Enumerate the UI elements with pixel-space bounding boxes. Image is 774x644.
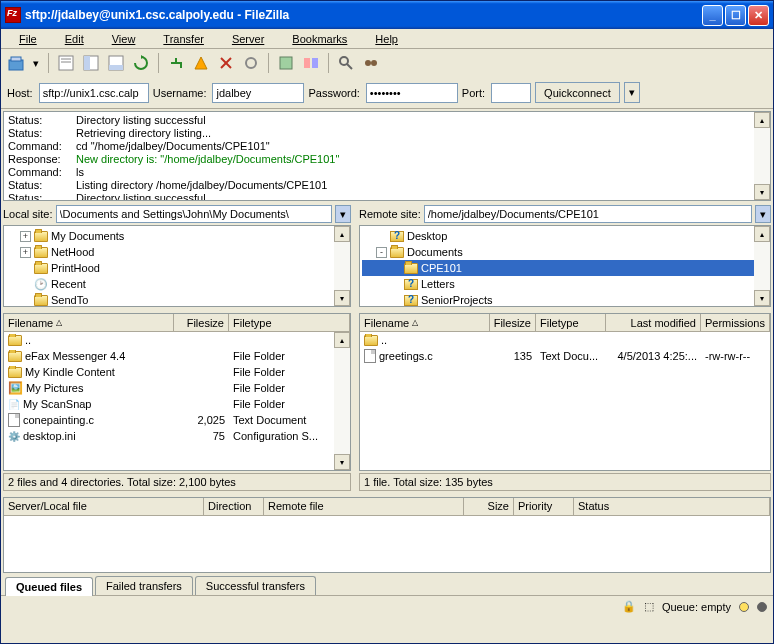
quickconnect-button[interactable]: Quickconnect — [535, 82, 620, 103]
local-tree-scrollbar[interactable]: ▴▾ — [334, 226, 350, 306]
tab-failed-transfers[interactable]: Failed transfers — [95, 576, 193, 595]
qcol-server[interactable]: Server/Local file — [4, 498, 204, 515]
process-queue-button[interactable] — [165, 52, 187, 74]
menu-view[interactable]: View — [98, 31, 150, 47]
qcol-size[interactable]: Size — [464, 498, 514, 515]
file-row[interactable]: .. — [4, 332, 350, 348]
tree-expand-button[interactable]: + — [20, 247, 31, 258]
log-scrollbar[interactable]: ▴ ▾ — [754, 112, 770, 200]
tree-item[interactable]: CPE101 — [362, 260, 768, 276]
refresh-button[interactable] — [130, 52, 152, 74]
menu-bookmarks[interactable]: Bookmarks — [278, 31, 361, 47]
menu-transfer[interactable]: Transfer — [149, 31, 218, 47]
scroll-up-button[interactable]: ▴ — [754, 112, 770, 128]
log-line: Response:New directory is: "/home/jdalbe… — [8, 153, 766, 166]
transfer-queue[interactable]: Server/Local file Direction Remote file … — [3, 497, 771, 573]
up-folder-icon — [8, 335, 22, 346]
file-row[interactable]: 📄My ScanSnapFile Folder — [4, 396, 350, 412]
file-row[interactable]: My Kindle ContentFile Folder — [4, 364, 350, 380]
file-row[interactable]: conepainting.c2,025Text Document — [4, 412, 350, 428]
menu-file[interactable]: File — [5, 31, 51, 47]
rcol-filesize[interactable]: Filesize — [490, 314, 536, 331]
activity-led-2 — [757, 602, 767, 612]
scroll-down-button[interactable]: ▾ — [754, 184, 770, 200]
cancel-button[interactable] — [190, 52, 212, 74]
svg-rect-15 — [304, 58, 310, 68]
password-label: Password: — [308, 87, 359, 99]
file-row[interactable]: eFax Messenger 4.4File Folder — [4, 348, 350, 364]
rcol-permissions[interactable]: Permissions — [701, 314, 770, 331]
tree-item[interactable]: +My Documents — [6, 228, 348, 244]
col-filetype[interactable]: Filetype — [229, 314, 350, 331]
tree-item[interactable]: -Documents — [362, 244, 768, 260]
local-filelist[interactable]: Filename △ Filesize Filetype ..eFax Mess… — [3, 313, 351, 471]
tree-item[interactable]: Desktop — [362, 228, 768, 244]
remote-filelist[interactable]: Filename △ Filesize Filetype Last modifi… — [359, 313, 771, 471]
col-filename[interactable]: Filename △ — [4, 314, 174, 331]
rcol-filetype[interactable]: Filetype — [536, 314, 606, 331]
tree-item-label: PrintHood — [51, 262, 100, 274]
tree-item[interactable]: 🕑Recent — [6, 276, 348, 292]
toggle-tree-button[interactable] — [80, 52, 102, 74]
tree-item[interactable]: +NetHood — [6, 244, 348, 260]
port-input[interactable] — [491, 83, 531, 103]
quickconnect-dropdown[interactable]: ▾ — [624, 82, 640, 103]
log-line: Status:Directory listing successful — [8, 114, 766, 127]
toggle-log-button[interactable] — [55, 52, 77, 74]
tree-expand-button[interactable]: - — [376, 247, 387, 258]
remote-site-dropdown[interactable]: ▾ — [755, 205, 771, 223]
folder-icon — [34, 263, 48, 274]
remote-tree[interactable]: Desktop-DocumentsCPE101LettersSeniorProj… — [359, 225, 771, 307]
disconnect-button[interactable] — [215, 52, 237, 74]
col-filesize[interactable]: Filesize — [174, 314, 229, 331]
tree-expand-button[interactable]: + — [20, 231, 31, 242]
maximize-button[interactable]: ☐ — [725, 5, 746, 26]
tab-queued-files[interactable]: Queued files — [5, 577, 93, 596]
filter-button[interactable] — [275, 52, 297, 74]
toggle-queue-button[interactable] — [105, 52, 127, 74]
close-button[interactable]: ✕ — [748, 5, 769, 26]
menu-server[interactable]: Server — [218, 31, 278, 47]
file-row[interactable]: ⚙️desktop.ini75Configuration S... — [4, 428, 350, 444]
message-log[interactable]: Status:Directory listing successfulStatu… — [3, 111, 771, 201]
svg-point-13 — [246, 58, 256, 68]
local-site-input[interactable] — [56, 205, 332, 223]
file-row[interactable]: .. — [360, 332, 770, 348]
queue-header: Server/Local file Direction Remote file … — [4, 498, 770, 516]
local-tree[interactable]: +My Documents+NetHoodPrintHood🕑RecentSen… — [3, 225, 351, 307]
binoculars-button[interactable] — [360, 52, 382, 74]
tree-item[interactable]: PrintHood — [6, 260, 348, 276]
qcol-direction[interactable]: Direction — [204, 498, 264, 515]
file-row[interactable]: greetings.c135Text Docu...4/5/2013 4:25:… — [360, 348, 770, 364]
compare-button[interactable] — [300, 52, 322, 74]
site-manager-button[interactable] — [5, 52, 27, 74]
menu-help[interactable]: Help — [361, 31, 412, 47]
qcol-status[interactable]: Status — [574, 498, 770, 515]
port-label: Port: — [462, 87, 485, 99]
rcol-filename[interactable]: Filename △ — [360, 314, 490, 331]
tree-item[interactable]: SendTo — [6, 292, 348, 307]
host-input[interactable] — [39, 83, 149, 103]
qcol-remote[interactable]: Remote file — [264, 498, 464, 515]
remote-file-header: Filename △ Filesize Filetype Last modifi… — [360, 314, 770, 332]
site-manager-dropdown[interactable]: ▾ — [30, 52, 42, 74]
tree-item[interactable]: SeniorProjects — [362, 292, 768, 307]
file-row[interactable]: 🖼️My PicturesFile Folder — [4, 380, 350, 396]
toolbar: ▾ — [1, 49, 773, 77]
remote-site-input[interactable] — [424, 205, 752, 223]
qcol-priority[interactable]: Priority — [514, 498, 574, 515]
local-file-scrollbar[interactable]: ▴▾ — [334, 332, 350, 470]
menu-edit[interactable]: Edit — [51, 31, 98, 47]
minimize-button[interactable]: _ — [702, 5, 723, 26]
tree-item[interactable]: Letters — [362, 276, 768, 292]
queue-status-text: Queue: empty — [662, 601, 731, 613]
remote-tree-scrollbar[interactable]: ▴▾ — [754, 226, 770, 306]
username-label: Username: — [153, 87, 207, 99]
local-site-dropdown[interactable]: ▾ — [335, 205, 351, 223]
rcol-modified[interactable]: Last modified — [606, 314, 701, 331]
tab-successful-transfers[interactable]: Successful transfers — [195, 576, 316, 595]
username-input[interactable] — [212, 83, 304, 103]
password-input[interactable] — [366, 83, 458, 103]
search-button[interactable] — [335, 52, 357, 74]
reconnect-button[interactable] — [240, 52, 262, 74]
